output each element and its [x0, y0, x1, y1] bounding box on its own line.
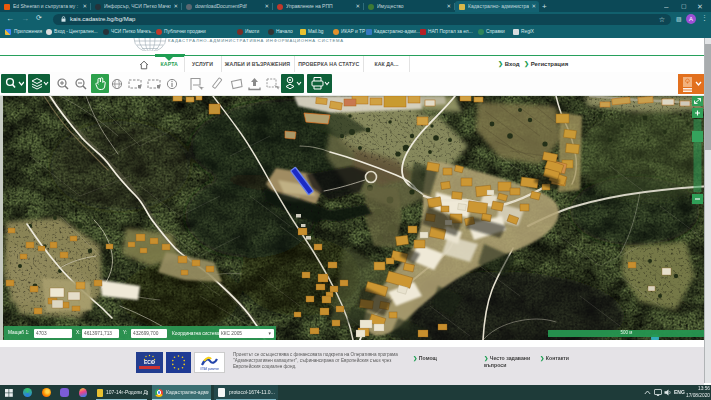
svg-text:ЕСФ: ЕСФ — [144, 359, 156, 365]
svg-text:ОПАК развитие: ОПАК развитие — [200, 367, 219, 371]
